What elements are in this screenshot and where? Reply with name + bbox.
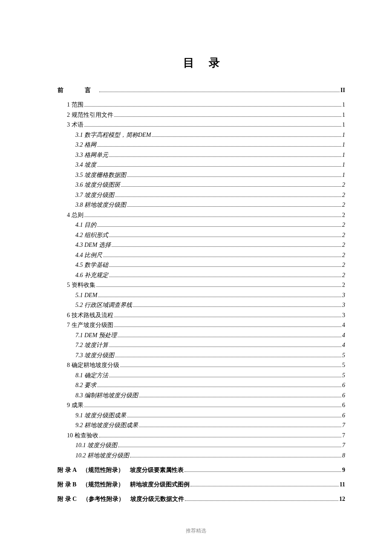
toc-entry-page: 2 [342,182,345,188]
toc-entry: 4.2 组织形式2 [58,232,345,238]
toc-entry-label: 3.2 格网 [75,142,96,148]
toc-entry: 4.5 数学基础2 [58,262,345,268]
toc-leader [109,272,341,277]
toc-leader [139,393,341,397]
toc-entry-page: 1 [342,172,345,178]
toc-entry: 5 资料收集2 [58,282,345,288]
toc-entry-page: 9 [342,467,345,473]
toc-leader [84,102,342,107]
toc-leader [130,453,341,457]
toc-entry-label: 9.2 耕地坡度分级图成果 [75,422,138,428]
toc-leader [127,413,341,417]
toc-entry-page: 12 [339,496,345,502]
toc-entry: 5.2 行政区域调查界线3 [58,302,345,308]
toc-entry-page: 1 [342,162,345,168]
toc-entry: 3.2 格网1 [58,142,345,148]
toc-entry: 附 录 A （规范性附录） 坡度分级要素属性表9 [58,467,345,473]
toc-entry-page: 6 [342,413,345,419]
toc-entry: 8 确定耕地坡度分级5 [58,362,345,368]
toc-entry: 3 术语1 [58,122,345,128]
toc-entry-page: 1 [342,152,345,158]
toc-leader [184,467,341,472]
toc-entry: 4 总则2 [58,212,345,218]
toc-entry-label: 4.4 比例尺 [75,252,102,258]
toc-entry-label: 7.3 坡度分级图 [75,353,114,358]
toc-entry-page: 3 [342,302,345,308]
toc-leader [121,182,341,187]
toc-entry-label: 4.5 数学基础 [75,262,108,268]
toc-leader [96,282,342,287]
toc-leader [118,332,341,337]
toc-leader [152,132,341,137]
toc-entry-label: 10.1 坡度分级图 [75,442,117,448]
toc-entry-label: 5.1 DEM [75,292,97,298]
toc-leader [109,152,341,157]
toc-entry-label: 5.2 行政区域调查界线 [75,302,132,308]
toc-entry: 3.3 格网单元1 [58,152,345,158]
toc-entry: 2 规范性引用文件1 [58,112,345,118]
toc-entry-page: 6 [342,393,345,399]
toc-entry-page: 1 [342,112,345,118]
toc-leader [118,442,341,447]
toc-leader [112,242,341,247]
page-footer: 推荐精选 [0,527,392,535]
toc-entry: 3.4 坡度1 [58,162,345,168]
toc-entry-page: 1 [342,142,345,148]
toc-entry-page: 6 [342,402,345,408]
toc-entry-page: 5 [342,362,345,368]
toc-entry: 7.3 坡度分级图5 [58,353,345,358]
toc-entry: 8.3 编制耕地坡度分级图6 [58,393,345,399]
toc-entry: 附 录 C （参考性附录） 坡度分级元数据文件12 [58,496,345,502]
toc-leader [139,422,341,427]
toc-leader [115,353,341,357]
toc-entry-page: 2 [342,282,345,288]
toc-entry: 9 成果6 [58,402,345,408]
toc-entry-page: 1 [342,132,345,138]
toc-entry-label: 5 资料收集 [67,282,95,288]
toc-entry-page: 2 [342,192,345,198]
toc-entry-label: 3.7 坡度分级图 [75,192,114,198]
toc-leader [98,292,341,297]
toc-leader [114,322,342,327]
toc-leader [97,142,341,147]
toc-entry: 8.1 确定方法5 [58,373,345,379]
toc-leader [84,402,342,407]
toc-entry-label: 7.1 DEM 预处理 [75,332,117,338]
toc-entry-page: 5 [342,353,345,358]
toc-entry-page: 2 [342,212,345,218]
toc-entry-page: 2 [342,242,345,248]
toc-entry-label: 3.8 耕地坡度分级图 [75,202,126,208]
toc-entry: 3.7 坡度分级图2 [58,192,345,198]
toc-entry-page: 3 [342,292,345,298]
toc-entry: 7 生产坡度分级图4 [58,322,345,328]
toc-entry-page: 11 [340,482,345,488]
toc-entry-page: 8 [342,453,345,459]
toc-leader [109,342,341,347]
toc-entry: 4.1 目的2 [58,222,345,228]
toc-entry-page: 2 [342,232,345,238]
toc-leader [133,302,341,307]
toc-title: 目录 [58,55,345,70]
toc-entry-label: 9.1 坡度分级图成果 [75,413,126,419]
toc-entry-label: 附 录 A （规范性附录） 坡度分级要素属性表 [58,467,184,473]
toc-entry: 3.1 数字高程模型，简称DEM1 [58,132,345,138]
toc-leader [185,496,338,501]
toc-entry-label: 4.3 DEM 选择 [75,242,111,248]
toc-entry: 3.6 坡度分级图斑2 [58,182,345,188]
toc-entry-label: 4.1 目的 [75,222,96,228]
toc-leader [84,122,342,127]
toc-entry-page: 2 [342,262,345,268]
toc-entry-page: 4 [342,342,345,348]
toc-entry-label: 8.3 编制耕地坡度分级图 [75,393,138,399]
toc-entry-label: 10.2 耕地坡度分级图 [75,453,129,459]
toc-entry: 4.3 DEM 选择2 [58,242,345,248]
toc-entry-label: 3 术语 [67,122,84,128]
toc-entry-label: 8.2 要求 [75,382,96,388]
toc-entry-page: II [340,87,345,93]
toc-leader [84,212,342,217]
toc-leader [109,262,341,267]
toc-entry: 10.2 耕地坡度分级图8 [58,453,345,459]
toc-entry-label: 3.3 格网单元 [75,152,108,158]
toc-entry: 7.2 坡度计算4 [58,342,345,348]
toc-entry: 8.2 要求6 [58,382,345,388]
